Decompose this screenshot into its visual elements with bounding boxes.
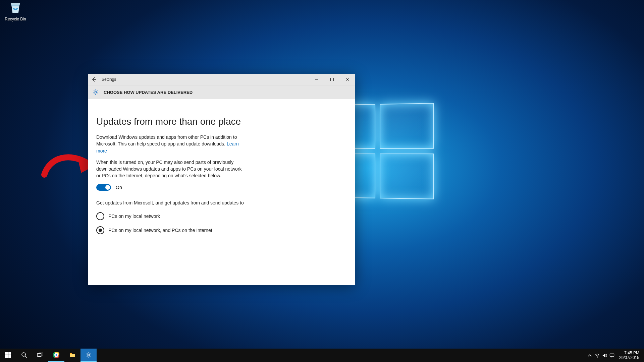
svg-rect-4 — [8, 352, 11, 355]
action-center-icon[interactable] — [608, 353, 616, 358]
start-button[interactable] — [0, 349, 16, 362]
recycle-bin-label: Recycle Bin — [3, 17, 28, 21]
taskbar-file-explorer[interactable] — [64, 349, 80, 362]
close-button[interactable] — [340, 74, 355, 85]
svg-rect-3 — [5, 352, 8, 355]
desktop-wallpaper[interactable]: Recycle Bin Settings CHOOSE HOW UPDATES … — [0, 0, 644, 362]
window-titlebar[interactable]: Settings — [88, 74, 355, 85]
clock-date: 29/07/2015 — [619, 355, 639, 360]
svg-rect-6 — [8, 355, 11, 358]
svg-point-2 — [95, 91, 96, 93]
minimize-button[interactable] — [309, 74, 324, 85]
gear-icon — [92, 89, 99, 96]
intro-text: Download Windows updates and apps from o… — [96, 134, 244, 154]
back-button[interactable] — [88, 74, 100, 85]
taskbar-settings[interactable] — [80, 349, 97, 362]
maximize-button[interactable] — [324, 74, 340, 85]
system-tray: 7:45 PM 29/07/2015 — [585, 349, 644, 362]
volume-icon[interactable] — [601, 353, 608, 358]
search-button[interactable] — [16, 349, 32, 362]
subheader-title: CHOOSE HOW UPDATES ARE DELIVERED — [104, 90, 193, 95]
recycle-bin-icon[interactable]: Recycle Bin — [3, 1, 28, 21]
svg-point-14 — [55, 354, 57, 356]
svg-rect-5 — [5, 355, 8, 358]
delivery-toggle[interactable] — [96, 184, 111, 191]
radio-icon — [96, 226, 104, 234]
radio-local-network[interactable]: PCs on my local network — [96, 212, 355, 220]
taskbar-chrome[interactable] — [48, 349, 64, 362]
radio-group-label: Get updates from Microsoft, and get upda… — [96, 199, 244, 206]
toggle-state-label: On — [116, 185, 122, 190]
svg-point-7 — [22, 353, 25, 356]
svg-point-15 — [88, 354, 89, 356]
svg-rect-1 — [331, 78, 334, 81]
explanation-text: When this is turned on, your PC may also… — [96, 159, 244, 179]
svg-point-16 — [597, 357, 598, 357]
taskbar-clock[interactable]: 7:45 PM 29/07/2015 — [616, 351, 643, 360]
clock-time: 7:45 PM — [619, 351, 639, 355]
settings-content[interactable]: Updates from more than one place Downloa… — [88, 99, 355, 285]
tray-overflow-icon[interactable] — [586, 353, 594, 358]
svg-rect-0 — [11, 3, 20, 4]
wifi-icon[interactable] — [594, 353, 601, 358]
radio-label: PCs on my local network — [108, 214, 160, 219]
window-subheader: CHOOSE HOW UPDATES ARE DELIVERED — [88, 85, 355, 99]
svg-rect-17 — [610, 354, 614, 356]
radio-label: PCs on my local network, and PCs on the … — [108, 228, 212, 233]
annotation-arrow — [40, 143, 94, 180]
settings-window: Settings CHOOSE HOW UPDATES ARE DELIVERE… — [88, 74, 355, 285]
taskbar: 7:45 PM 29/07/2015 — [0, 349, 644, 362]
window-title: Settings — [102, 77, 116, 82]
radio-local-and-internet[interactable]: PCs on my local network, and PCs on the … — [96, 226, 355, 234]
page-heading: Updates from more than one place — [96, 116, 355, 127]
task-view-button[interactable] — [32, 349, 48, 362]
radio-icon — [96, 212, 104, 220]
